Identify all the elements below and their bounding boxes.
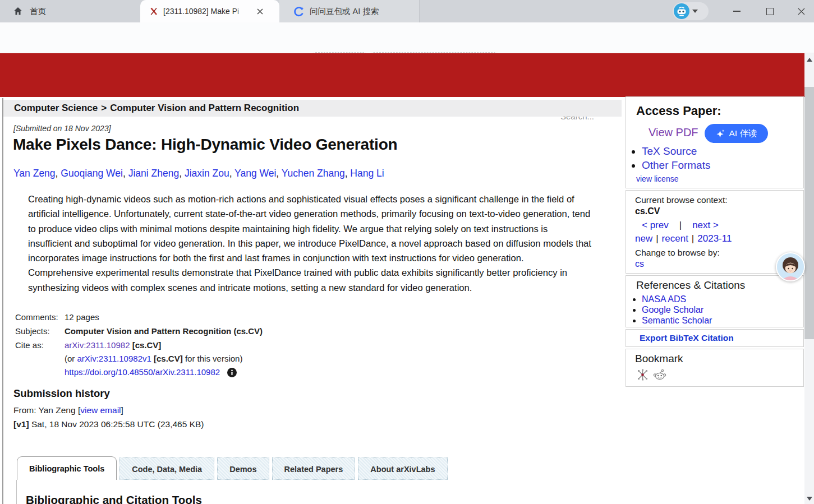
new-link[interactable]: new (635, 233, 652, 244)
window-minimize-button[interactable] (724, 0, 749, 22)
tab-close-icon[interactable] (254, 5, 266, 17)
window-close-button[interactable] (788, 0, 814, 22)
export-bibtex-link[interactable]: Export BibTeX Citation (640, 330, 734, 346)
comments-label: Comments: (15, 312, 65, 322)
reddit-icon[interactable] (653, 368, 666, 381)
doubao-avatar (674, 3, 689, 19)
submission-from: From: Yan Zeng [view email] (13, 405, 123, 415)
tab-arxiv-paper[interactable]: [2311.10982] Make Pi (140, 0, 279, 22)
author-link[interactable]: Jiaxin Zou (185, 168, 229, 179)
scrollbar-down-button[interactable] (804, 494, 814, 503)
month-link[interactable]: 2023-11 (697, 233, 732, 244)
browser-tab-bar: 首页 [2311.10982] Make Pi 问问豆包或 AI 搜索 (0, 0, 814, 22)
profile-menu[interactable] (673, 2, 709, 20)
browse-context-label: Current browse context: (635, 195, 728, 205)
author-link[interactable]: Yan Zeng (13, 168, 56, 179)
bookmark-icons (636, 368, 666, 381)
labs-panel-heading: Bibliographic and Citation Tools (26, 493, 202, 504)
chevron-down-icon (692, 10, 698, 13)
change-browse-label: Change to browse by: (635, 248, 720, 258)
help-link[interactable]: Help (582, 128, 600, 137)
access-paper-heading: Access Paper: (636, 104, 721, 118)
doubao-search-icon (293, 6, 305, 17)
tab-about-arxivlabs[interactable]: About arXivLabs (358, 457, 447, 480)
author-link[interactable]: Jiani Zheng (128, 168, 179, 179)
meta-comments: Comments:12 pages (15, 312, 99, 322)
comments-value: 12 pages (65, 312, 99, 322)
bookmark-heading: Bookmark (635, 353, 683, 365)
cite-v1-link[interactable]: arXiv:2311.10982v1 (77, 354, 151, 363)
submission-history-heading: Submission history (13, 387, 110, 400)
tab-title: [2311.10982] Make Pi (163, 7, 249, 16)
meta-cite: Cite as:arXiv:2311.10982 [cs.CV] (15, 340, 161, 350)
google-scholar-link[interactable]: Google Scholar (642, 305, 703, 315)
home-icon (12, 6, 24, 17)
scroll-up-icon (807, 58, 812, 62)
listing-nav: new|recent|2023-11 (635, 233, 732, 244)
next-link[interactable]: next > (692, 220, 719, 230)
meta-doi: https://doi.org/10.48550/arXiv.2311.1098… (65, 367, 237, 377)
prev-link[interactable]: < prev (642, 220, 669, 230)
bibsonomy-icon[interactable] (636, 368, 649, 381)
nasa-ads-link[interactable]: NASA ADS (642, 294, 686, 304)
bookmark-panel: Bookmark (626, 349, 804, 387)
minimize-icon (733, 11, 741, 12)
author-link[interactable]: Hang Li (350, 168, 384, 179)
vertical-scrollbar[interactable] (804, 53, 814, 504)
window-maximize-button[interactable] (757, 0, 783, 22)
sparkle-icon (716, 129, 725, 138)
view-pdf-link[interactable]: View PDF (649, 126, 698, 139)
meta-subjects: Subjects:Computer Vision and Pattern Rec… (15, 326, 263, 336)
close-icon (798, 8, 805, 15)
ai-reader-label: AI 伴读 (729, 128, 757, 140)
author-link[interactable]: Guoqiang Wei (61, 168, 123, 179)
tab-code-data-media[interactable]: Code, Data, Media (119, 457, 214, 480)
labs-panel-border (16, 480, 17, 504)
info-icon[interactable] (227, 368, 237, 377)
tex-source-link[interactable]: TeX Source (642, 145, 697, 157)
scrollbar-up-button[interactable] (804, 55, 814, 64)
browse-cs-link[interactable]: cs (635, 259, 644, 269)
list-item: Google Scholar (642, 304, 712, 315)
scroll-down-icon (807, 497, 812, 501)
tab-demos[interactable]: Demos (217, 457, 269, 480)
access-format-list: TeX Source Other Formats (626, 144, 710, 172)
arxiv-favicon (149, 7, 158, 16)
scrollbar-thumb[interactable] (804, 87, 814, 339)
semantic-scholar-link[interactable]: Semantic Scholar (642, 316, 712, 325)
cite-tag: [cs.CV] (132, 340, 162, 350)
tab-home[interactable]: 首页 (0, 0, 140, 22)
browser-window: 首页 [2311.10982] Make Pi 问问豆包或 AI 搜索 (0, 0, 814, 504)
subject-breadcrumb: Computer Science>Computer Vision and Pat… (3, 100, 622, 117)
doi-link[interactable]: https://doi.org/10.48550/arXiv.2311.1098… (65, 367, 220, 377)
subject-section[interactable]: Computer Science (14, 103, 98, 113)
browser-toolbar: arxiv.org 原网页 AI 总结 (0, 22, 814, 53)
prev-next-nav: < prev|next > (642, 220, 719, 231)
cite-label: Cite as: (15, 340, 65, 350)
submitted-date: [Submitted on 18 Nov 2023] (13, 124, 111, 133)
references-heading: References & Citations (636, 279, 745, 292)
window-left-edge (2, 98, 3, 504)
tab-doubao-search[interactable]: 问问豆包或 AI 搜索 (279, 0, 420, 22)
author-link[interactable]: Yang Wei (234, 168, 276, 179)
subject-name[interactable]: Computer Vision and Pattern Recognition (110, 103, 299, 113)
recent-link[interactable]: recent (662, 233, 688, 244)
maximize-icon (766, 8, 774, 15)
cite-v1-tag: [cs.CV] (154, 354, 183, 363)
access-paper-panel: Access Paper: View PDF AI 伴读 TeX Source … (626, 96, 804, 188)
other-formats-link[interactable]: Other Formats (642, 159, 710, 171)
view-license-link[interactable]: view license (636, 174, 678, 183)
tab-bibliographic-tools[interactable]: Bibliographic Tools (17, 456, 117, 480)
tab-related-papers[interactable]: Related Papers (272, 457, 356, 480)
cite-arxiv-link[interactable]: arXiv:2311.10982 (65, 340, 130, 350)
references-list: NASA ADS Google Scholar Semantic Scholar (626, 294, 712, 326)
view-email-link[interactable]: view email (80, 405, 121, 415)
author-link[interactable]: Yuchen Zhang (282, 168, 345, 179)
doubao-assistant-avatar[interactable] (776, 252, 805, 281)
tab-doubao-label: 问问豆包或 AI 搜索 (310, 6, 379, 17)
subjects-label: Subjects: (15, 326, 65, 336)
ai-reader-button[interactable]: AI 伴读 (705, 124, 768, 143)
author-list: Yan Zeng, Guoqiang Wei, Jiani Zheng, Jia… (13, 168, 384, 179)
tab-home-label: 首页 (30, 6, 46, 17)
meta-cite-version: (or arXiv:2311.10982v1 [cs.CV] for this … (65, 354, 242, 363)
